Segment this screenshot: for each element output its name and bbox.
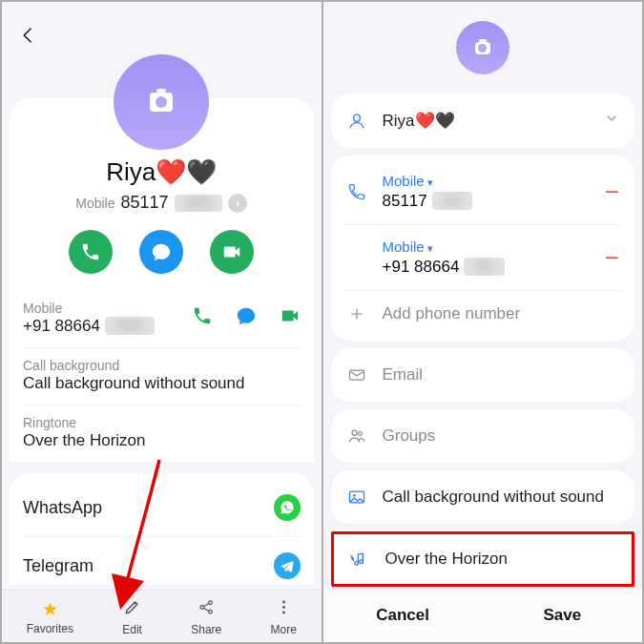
call-icon[interactable]	[192, 305, 213, 331]
more-icon	[275, 598, 293, 621]
svg-point-6	[353, 114, 360, 121]
phone-icon	[346, 182, 367, 201]
redacted-number: 00	[464, 258, 505, 276]
message-button[interactable]	[139, 230, 183, 274]
svg-point-13	[359, 560, 363, 564]
groups-row[interactable]: Groups	[344, 413, 622, 459]
number-type-label: Mobile	[75, 196, 114, 211]
add-phone-row[interactable]: Add phone number	[344, 290, 622, 337]
call-background-value: Call background without sound	[383, 488, 604, 507]
star-icon: ★	[42, 598, 58, 620]
svg-point-9	[358, 432, 362, 436]
email-icon	[346, 365, 367, 384]
svg-point-11	[353, 494, 356, 497]
phone-number-input[interactable]: 85117	[383, 192, 427, 210]
ringtone-row[interactable]: Over the Horizon	[347, 538, 619, 580]
name-input[interactable]: Riya❤️🖤	[383, 111, 455, 131]
call-background-row[interactable]: Call background without sound	[344, 474, 622, 520]
phone-row[interactable]: Mobile▾ 85117 00 −	[344, 159, 622, 224]
ringtone-icon	[349, 550, 370, 569]
other-number-type-label: Mobile	[23, 301, 155, 316]
phone-number-input[interactable]: +91 88664	[383, 258, 460, 276]
avatar[interactable]	[456, 21, 509, 74]
avatar[interactable]	[114, 54, 209, 150]
phone-type-dropdown[interactable]: Mobile	[383, 173, 425, 189]
phone-row[interactable]: Mobile▾ +91 88664 00 −	[344, 224, 622, 290]
save-button[interactable]: Save	[483, 589, 642, 642]
cancel-button[interactable]: Cancel	[323, 589, 483, 642]
nav-share[interactable]: Share	[191, 598, 221, 636]
whatsapp-icon	[274, 494, 301, 521]
svg-point-4	[282, 606, 285, 609]
nav-label: Favorites	[27, 622, 73, 635]
telegram-icon	[274, 552, 301, 579]
nav-label: Edit	[122, 623, 142, 636]
person-icon	[346, 112, 367, 131]
contact-name: Riya❤️🖤	[23, 157, 301, 187]
redacted-number: 000	[175, 195, 223, 212]
groups-label: Groups	[383, 426, 436, 446]
groups-icon	[346, 426, 367, 446]
camera-icon	[150, 93, 173, 112]
call-background-value[interactable]: Call background without sound	[23, 374, 244, 393]
svg-point-0	[200, 606, 204, 610]
app-name: Telegram	[23, 556, 93, 576]
app-name: WhatsApp	[23, 498, 102, 518]
camera-icon	[475, 42, 490, 54]
ringtone-value[interactable]: Over the Horizon	[23, 431, 146, 450]
nav-label: Share	[191, 623, 221, 636]
image-icon	[346, 488, 367, 507]
nav-favorites[interactable]: ★Favorites	[27, 598, 73, 636]
chevron-down-icon[interactable]	[604, 111, 619, 131]
add-phone-label: Add phone number	[383, 304, 521, 323]
email-label: Email	[383, 365, 424, 384]
svg-point-5	[282, 612, 285, 614]
video-icon[interactable]	[280, 305, 301, 331]
nav-edit[interactable]: Edit	[122, 598, 142, 636]
name-field-row[interactable]: Riya❤️🖤	[344, 97, 622, 144]
plus-icon	[346, 305, 367, 322]
redacted-number: 00	[432, 192, 473, 210]
chevron-down-icon: ▾	[427, 242, 433, 254]
svg-point-2	[208, 610, 212, 613]
video-call-button[interactable]	[210, 230, 254, 274]
email-row[interactable]: Email	[344, 352, 622, 398]
call-background-label: Call background	[23, 358, 244, 373]
call-button[interactable]	[69, 230, 113, 274]
share-icon	[197, 598, 216, 621]
svg-rect-7	[349, 370, 364, 380]
primary-number: 85117	[120, 193, 168, 213]
svg-point-1	[208, 601, 212, 605]
svg-point-3	[282, 601, 285, 604]
app-row-whatsapp[interactable]: WhatsApp	[23, 479, 301, 537]
ringtone-value: Over the Horizon	[385, 550, 509, 569]
chevron-down-icon: ▾	[427, 177, 433, 188]
phone-type-dropdown[interactable]: Mobile	[383, 239, 425, 255]
redacted-number-2: 000	[105, 317, 155, 335]
pencil-icon	[123, 598, 141, 621]
ringtone-label: Ringtone	[23, 415, 146, 430]
nav-label: More	[271, 623, 297, 636]
svg-point-12	[354, 561, 358, 565]
other-number: +91 88664	[23, 317, 100, 335]
message-icon[interactable]	[236, 305, 257, 331]
expand-number-icon[interactable]: ›	[228, 194, 247, 213]
nav-more[interactable]: More	[271, 598, 297, 636]
app-row-telegram[interactable]: Telegram	[23, 537, 301, 585]
svg-point-8	[352, 430, 357, 435]
primary-number-row[interactable]: Mobile 85117 000 ›	[23, 193, 301, 213]
